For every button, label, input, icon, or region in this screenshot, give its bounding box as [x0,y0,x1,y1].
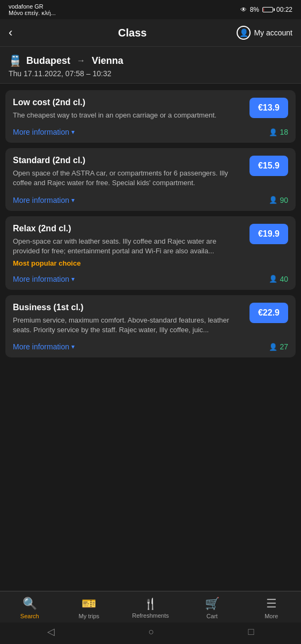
card-business-more-info[interactable]: More information ▾ [13,342,75,351]
route-arrow: → [77,56,85,65]
seats-count: 27 [280,342,288,351]
card-low-cost-title: Low cost (2nd cl.) [13,98,244,107]
card-low-cost-content: Low cost (2nd cl.) The cheapest way to t… [13,98,244,123]
route-row: 🚆 Budapest → Vienna [9,54,292,67]
back-system-button[interactable]: ◁ [47,626,55,638]
card-standard: Standard (2nd cl.) Open space of the AST… [5,148,296,210]
bottom-nav-wrapper: 🔍 Search 🎫 My trips 🍴 Refreshments 🛒 Car… [0,591,301,644]
card-standard-more-info[interactable]: More information ▾ [13,196,75,204]
card-business-seats: 👤 27 [269,342,288,351]
back-button[interactable]: ‹ [9,26,28,40]
route-to: Vienna [92,55,123,67]
card-low-cost-desc: The cheapest way to travel in an open ca… [13,111,244,120]
card-business-desc: Premium service, maximum comfort. Above-… [13,316,244,335]
chevron-down-icon: ▾ [71,128,75,136]
account-label: My account [254,28,292,37]
nav-search-label: Search [20,613,39,619]
refreshments-icon: 🍴 [144,597,157,610]
more-info-label: More information [13,196,69,204]
home-system-button[interactable]: ○ [149,626,155,638]
eye-icon: 👁 [240,6,247,13]
cart-icon: 🛒 [205,597,219,611]
bottom-nav: 🔍 Search 🎫 My trips 🍴 Refreshments 🛒 Car… [0,591,301,623]
nav-item-search[interactable]: 🔍 Search [13,597,46,619]
card-business-footer: More information ▾ 👤 27 [13,342,288,351]
search-icon: 🔍 [23,597,37,611]
card-business-header: Business (1st cl.) Premium service, maxi… [13,303,288,338]
battery-icon [262,7,273,12]
cards-container: Low cost (2nd cl.) The cheapest way to t… [0,84,301,364]
popular-badge: Most popular choice [13,259,244,267]
card-business-content: Business (1st cl.) Premium service, maxi… [13,303,244,338]
route-datetime: Thu 17.11.2022, 07:58 – 10:32 [9,69,292,78]
route-section: 🚆 Budapest → Vienna Thu 17.11.2022, 07:5… [0,47,301,84]
nav-item-more[interactable]: ☰ More [255,597,288,619]
nav-more-label: More [265,613,278,619]
card-standard-title: Standard (2nd cl.) [13,156,244,165]
card-standard-content: Standard (2nd cl.) Open space of the AST… [13,156,244,191]
route-from: Budapest [26,55,70,67]
card-low-cost-seats: 👤 18 [269,128,288,136]
seats-count: 40 [280,275,288,283]
chevron-down-icon: ▾ [71,275,75,283]
card-relax-content: Relax (2nd cl.) Open-space car with leat… [13,224,244,270]
account-button[interactable]: 👤 My account [237,26,292,40]
page-title: Class [28,27,237,39]
more-info-label: More information [13,275,69,283]
recents-system-button[interactable]: □ [248,626,254,638]
trips-icon: 🎫 [82,597,96,611]
card-low-cost-footer: More information ▾ 👤 18 [13,128,288,136]
card-low-cost-header: Low cost (2nd cl.) The cheapest way to t… [13,98,288,123]
nav-item-refreshments[interactable]: 🍴 Refreshments [132,597,168,619]
card-business-title: Business (1st cl.) [13,303,244,312]
card-low-cost-price-button[interactable]: €13.9 [249,98,288,118]
person-icon: 👤 [269,275,277,283]
person-icon: 👤 [269,196,277,204]
card-low-cost: Low cost (2nd cl.) The cheapest way to t… [5,90,296,143]
carrier-status: Μόνο επείγ. κλή... [9,10,56,16]
chevron-down-icon: ▾ [71,196,75,204]
nav-trips-label: My trips [79,613,100,619]
system-nav-row: ◁ ○ □ [0,623,301,644]
chevron-down-icon: ▾ [71,343,75,350]
battery-percent: 8% [250,6,259,13]
card-low-cost-more-info[interactable]: More information ▾ [13,128,75,136]
nav-item-my-trips[interactable]: 🎫 My trips [73,597,105,619]
seats-count: 90 [280,196,288,204]
train-icon: 🚆 [9,54,22,67]
card-business: Business (1st cl.) Premium service, maxi… [5,295,296,357]
card-relax-price-button[interactable]: €19.9 [249,224,288,244]
nav-cart-label: Cart [207,613,218,619]
card-relax-seats: 👤 40 [269,275,288,283]
status-right: 👁 8% 00:22 [240,6,292,13]
card-standard-price-button[interactable]: €15.9 [249,156,288,176]
card-relax-footer: More information ▾ 👤 40 [13,275,288,283]
carrier-name: vodafone GR [9,3,56,10]
card-relax-desc: Open-space car with leather seats. Illy … [13,237,244,256]
time-display: 00:22 [276,6,292,13]
more-icon: ☰ [266,597,277,611]
more-info-label: More information [13,342,69,351]
seats-count: 18 [280,128,288,136]
status-bar: vodafone GR Μόνο επείγ. κλή... 👁 8% 00:2… [0,0,301,19]
card-relax-more-info[interactable]: More information ▾ [13,275,75,283]
card-relax-header: Relax (2nd cl.) Open-space car with leat… [13,224,288,270]
card-standard-header: Standard (2nd cl.) Open space of the AST… [13,156,288,191]
more-info-label: More information [13,128,69,136]
card-relax: Relax (2nd cl.) Open-space car with leat… [5,216,296,290]
card-business-price-button[interactable]: €22.9 [249,303,288,323]
card-standard-desc: Open space of the ASTRA car, or compartm… [13,169,244,188]
account-icon: 👤 [237,26,251,40]
nav-refreshments-label: Refreshments [132,612,168,619]
card-standard-footer: More information ▾ 👤 90 [13,196,288,204]
card-standard-seats: 👤 90 [269,196,288,204]
card-relax-title: Relax (2nd cl.) [13,224,244,233]
carrier-info: vodafone GR Μόνο επείγ. κλή... [9,3,56,16]
nav-item-cart[interactable]: 🛒 Cart [196,597,228,619]
top-nav: ‹ Class 👤 My account [0,19,301,47]
person-icon: 👤 [269,343,277,351]
person-icon: 👤 [269,128,277,136]
